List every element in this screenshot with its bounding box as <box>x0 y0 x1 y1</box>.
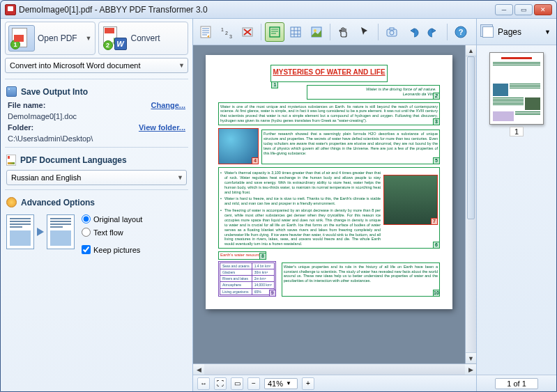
folder-label: Folder: <box>8 123 33 132</box>
zoom-value: 41% <box>268 379 283 388</box>
titlebar: DemoImage0[1].pdf - ABBYY PDF Transforme… <box>1 1 556 19</box>
svg-text:?: ? <box>459 28 464 36</box>
svg-text:2: 2 <box>225 31 228 36</box>
document-area: 123 ? MYSTERIES OF WATER AND LIFE 1 <box>193 19 476 391</box>
table-area-icon[interactable] <box>286 22 305 42</box>
scroll-left-icon[interactable]: ◀ <box>193 364 204 375</box>
doc-bullet-1: •Water's thermal capacity is 3,100 times… <box>224 171 381 194</box>
window-title: DemoImage0[1].pdf - ABBYY PDF Transforme… <box>19 5 494 15</box>
scroll-down-icon[interactable]: ▼ <box>466 352 476 363</box>
save-output-header: Save Output Into <box>1 82 192 100</box>
open-pdf-icon: 1 <box>8 25 35 52</box>
doc-bullet-3: •The freezing of water is accompanied by… <box>224 208 381 246</box>
language-icon <box>6 155 16 166</box>
pages-icon <box>482 26 494 38</box>
language-value: Russian and English <box>11 173 81 182</box>
doc-para-2: Further research showed that a seemingly… <box>261 130 440 164</box>
svg-text:3: 3 <box>229 34 232 39</box>
fit-width-icon[interactable]: ↔ <box>197 377 210 390</box>
doc-table-title: Earth's water resources <box>220 253 264 257</box>
minimize-button[interactable]: ─ <box>495 4 513 15</box>
convert-icon: W2 <box>102 25 128 52</box>
actual-size-icon[interactable]: ▭ <box>231 377 243 390</box>
statusbar: ↔ ⛶ ▭ − 41%▼ + <box>193 375 476 391</box>
doc-image-2: 7 <box>383 175 438 225</box>
app-icon <box>5 4 16 15</box>
original-layout-radio[interactable]: Original layout <box>82 214 142 224</box>
photo-tool-icon[interactable] <box>382 22 402 42</box>
file-name-label: File name: <box>8 101 45 109</box>
convert-label: Convert <box>131 33 160 43</box>
document-page: MYSTERIES OF WATER AND LIFE 1 Water is t… <box>206 55 452 309</box>
redo-icon[interactable] <box>424 22 443 42</box>
text-area-icon[interactable] <box>265 22 284 42</box>
disk-icon <box>6 86 17 97</box>
convert-button[interactable]: W2 Convert <box>98 22 189 55</box>
close-button[interactable]: ✕ <box>534 4 552 15</box>
sidebar: 1 Open PDF ▼ W2 Convert Convert into Mic… <box>1 19 193 391</box>
zoom-dropdown[interactable]: 41%▼ <box>264 378 298 389</box>
svg-text:1: 1 <box>221 27 224 32</box>
zoom-out-button[interactable]: − <box>247 377 260 390</box>
renumber-icon[interactable]: 123 <box>217 22 236 42</box>
doc-para-end: Water's unique properties and its role i… <box>282 262 440 297</box>
hand-tool-icon[interactable] <box>334 22 353 42</box>
chevron-down-icon: ▼ <box>177 174 183 181</box>
main-toolbar: 123 ? <box>193 19 476 45</box>
zoom-in-button[interactable]: + <box>302 377 314 390</box>
text-flow-radio[interactable]: Text flow <box>82 228 142 237</box>
doc-bullet-2: •Water is hard to freeze, and ice is slo… <box>224 196 381 206</box>
view-folder-link[interactable]: View folder... <box>139 123 185 132</box>
language-dropdown[interactable]: Russian and English ▼ <box>6 170 187 185</box>
page-counter: 1 of 1 <box>477 375 556 391</box>
doc-para-1: Water is one of the most unique and myst… <box>218 102 440 126</box>
file-name-value: DemoImage0[1].doc <box>8 112 77 120</box>
keep-pictures-checkbox[interactable]: Keep pictures <box>82 245 142 254</box>
svg-rect-6 <box>291 27 300 37</box>
page-thumbnail[interactable] <box>489 52 544 125</box>
maximize-button[interactable]: ▭ <box>514 4 533 15</box>
open-pdf-label: Open PDF <box>38 33 77 43</box>
pages-panel: Pages ▼ 1 1 of 1 <box>476 19 556 391</box>
doc-quote-author: Leonardo da Vinci <box>403 92 436 96</box>
undo-icon[interactable] <box>403 22 422 42</box>
horizontal-scrollbar[interactable]: ◀ ▶ <box>193 363 476 375</box>
convert-target-dropdown[interactable]: Convert into Microsoft Word document ▼ <box>5 58 188 73</box>
doc-title: MYSTERIES OF WATER AND LIFE <box>273 68 385 77</box>
doc-quote: Water is the driving force of all nature… <box>366 87 436 91</box>
change-file-link[interactable]: Change... <box>151 101 185 109</box>
languages-header: PDF Document Languages <box>1 150 192 168</box>
document-viewport[interactable]: MYSTERIES OF WATER AND LIFE 1 Water is t… <box>193 45 465 363</box>
svg-point-8 <box>314 29 316 32</box>
scroll-right-icon[interactable]: ▶ <box>465 364 476 375</box>
delete-area-icon[interactable] <box>238 22 257 42</box>
arrow-right-icon <box>37 228 44 236</box>
picture-area-icon[interactable] <box>307 22 326 42</box>
chevron-down-icon: ▼ <box>178 62 185 69</box>
svg-rect-11 <box>390 28 394 30</box>
read-order-icon[interactable] <box>196 22 215 42</box>
doc-image-1: 4 <box>218 128 259 164</box>
open-pdf-button[interactable]: 1 Open PDF ▼ <box>5 22 96 55</box>
vertical-scrollbar[interactable]: ▲ ▼ <box>465 45 476 363</box>
thumbnail-label: 1 <box>484 127 549 136</box>
select-tool-icon[interactable] <box>355 22 374 42</box>
advanced-header: Advanced Options <box>1 193 192 210</box>
gear-icon <box>6 197 17 207</box>
pages-label: Pages <box>498 27 521 37</box>
fit-page-icon[interactable]: ⛶ <box>214 377 227 390</box>
svg-rect-5 <box>270 27 280 37</box>
pages-header[interactable]: Pages ▼ <box>477 19 556 45</box>
layout-preview <box>6 214 75 249</box>
doc-table: Seas and oceans1.4 bn km³Glaciers30m km³… <box>218 261 276 297</box>
convert-target-value: Convert into Microsoft Word document <box>10 61 140 70</box>
scroll-up-icon[interactable]: ▲ <box>466 45 476 56</box>
help-icon[interactable]: ? <box>451 22 471 42</box>
folder-value: C:\Users\admin\Desktop\ <box>8 134 93 143</box>
